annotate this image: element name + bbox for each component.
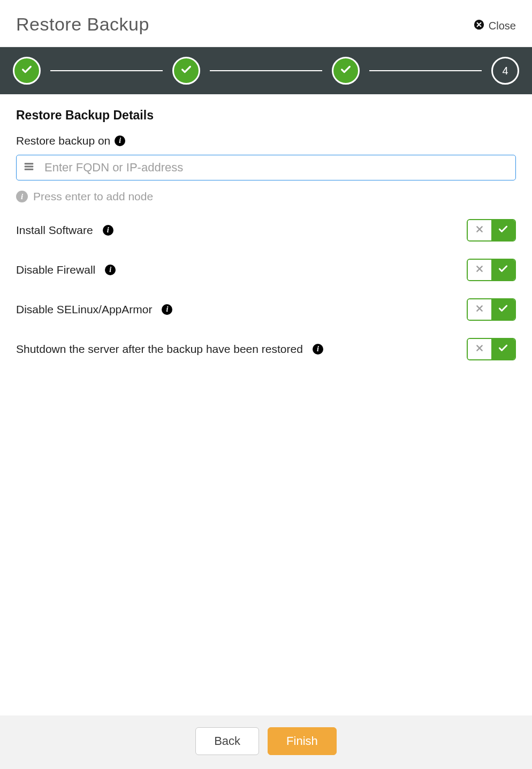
x-icon bbox=[475, 304, 484, 315]
hint-text: Press enter to add node bbox=[33, 190, 153, 203]
fqdn-input[interactable] bbox=[44, 161, 508, 175]
option-label: Shutdown the server after the backup hav… bbox=[16, 343, 303, 356]
toggle-on[interactable] bbox=[491, 339, 515, 359]
check-icon bbox=[498, 263, 508, 276]
toggle-on[interactable] bbox=[491, 299, 515, 320]
info-icon[interactable]: i bbox=[115, 135, 125, 146]
info-icon: i bbox=[16, 191, 28, 202]
check-icon bbox=[180, 64, 192, 78]
footer: Back Finish bbox=[0, 715, 532, 769]
option-label: Disable Firewall bbox=[16, 263, 95, 276]
toggle-disable-selinux[interactable] bbox=[467, 298, 516, 321]
server-icon bbox=[24, 162, 34, 173]
restore-on-label: Restore backup on bbox=[16, 134, 110, 147]
step-number: 4 bbox=[502, 65, 508, 77]
svg-rect-3 bbox=[25, 169, 34, 170]
info-icon[interactable]: i bbox=[103, 225, 113, 236]
step-connector bbox=[50, 70, 163, 71]
toggle-off[interactable] bbox=[468, 299, 491, 320]
x-icon bbox=[475, 344, 484, 355]
step-1-done bbox=[13, 57, 41, 85]
check-icon bbox=[498, 343, 508, 356]
info-icon[interactable]: i bbox=[313, 344, 323, 355]
header: Restore Backup Close bbox=[0, 0, 532, 47]
page-title: Restore Backup bbox=[16, 14, 149, 35]
toggle-on[interactable] bbox=[491, 260, 515, 280]
svg-rect-2 bbox=[25, 166, 34, 168]
x-icon bbox=[475, 265, 484, 275]
info-icon[interactable]: i bbox=[162, 304, 172, 315]
check-icon bbox=[498, 224, 508, 237]
toggle-off[interactable] bbox=[468, 339, 491, 359]
step-connector bbox=[210, 70, 322, 71]
step-connector bbox=[369, 70, 482, 71]
restore-on-label-row: Restore backup on i bbox=[16, 134, 125, 147]
option-disable-firewall: Disable Firewall i bbox=[16, 259, 516, 281]
toggle-off[interactable] bbox=[468, 220, 491, 240]
option-label: Disable SELinux/AppArmor bbox=[16, 303, 152, 316]
step-4-current: 4 bbox=[491, 57, 519, 85]
content-area: Restore Backup Details Restore backup on… bbox=[0, 94, 532, 715]
stepper: 4 bbox=[0, 47, 532, 94]
option-disable-selinux: Disable SELinux/AppArmor i bbox=[16, 298, 516, 321]
x-icon bbox=[475, 225, 484, 236]
close-button[interactable]: Close bbox=[474, 19, 516, 33]
step-2-done bbox=[172, 57, 200, 85]
hint-row: i Press enter to add node bbox=[16, 190, 516, 203]
info-icon[interactable]: i bbox=[105, 265, 116, 275]
toggle-install-software[interactable] bbox=[467, 219, 516, 242]
option-install-software: Install Software i bbox=[16, 219, 516, 242]
option-shutdown-server: Shutdown the server after the backup hav… bbox=[16, 338, 516, 360]
toggle-disable-firewall[interactable] bbox=[467, 259, 516, 281]
toggle-on[interactable] bbox=[491, 220, 515, 240]
option-label: Install Software bbox=[16, 224, 93, 237]
back-button[interactable]: Back bbox=[195, 727, 259, 755]
close-label: Close bbox=[489, 20, 516, 32]
check-icon bbox=[340, 64, 352, 78]
fqdn-input-wrapper[interactable] bbox=[16, 155, 516, 180]
toggle-shutdown-server[interactable] bbox=[467, 338, 516, 360]
step-3-done bbox=[332, 57, 360, 85]
finish-button[interactable]: Finish bbox=[268, 727, 337, 755]
svg-rect-1 bbox=[25, 163, 34, 164]
check-icon bbox=[21, 64, 33, 78]
check-icon bbox=[498, 303, 508, 316]
close-icon bbox=[474, 19, 484, 33]
section-title: Restore Backup Details bbox=[16, 108, 516, 123]
toggle-off[interactable] bbox=[468, 260, 491, 280]
